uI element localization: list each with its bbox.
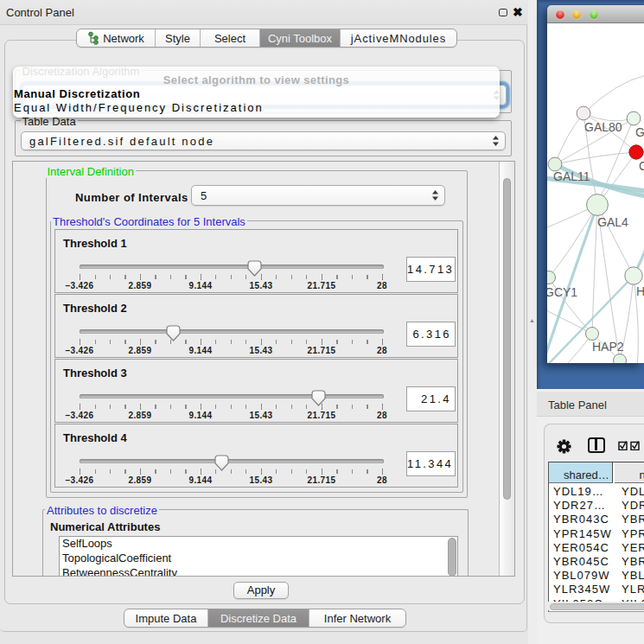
svg-text:GAL11: GAL11 — [553, 169, 590, 183]
svg-text:GAL4: GAL4 — [597, 215, 628, 229]
svg-text:H: H — [636, 284, 644, 298]
svg-text:GA: GA — [635, 125, 644, 139]
svg-text:HAP2: HAP2 — [592, 340, 624, 354]
svg-text:GAL80: GAL80 — [584, 120, 622, 134]
svg-text:GCY1: GCY1 — [547, 285, 577, 299]
svg-text:C: C — [639, 159, 644, 173]
